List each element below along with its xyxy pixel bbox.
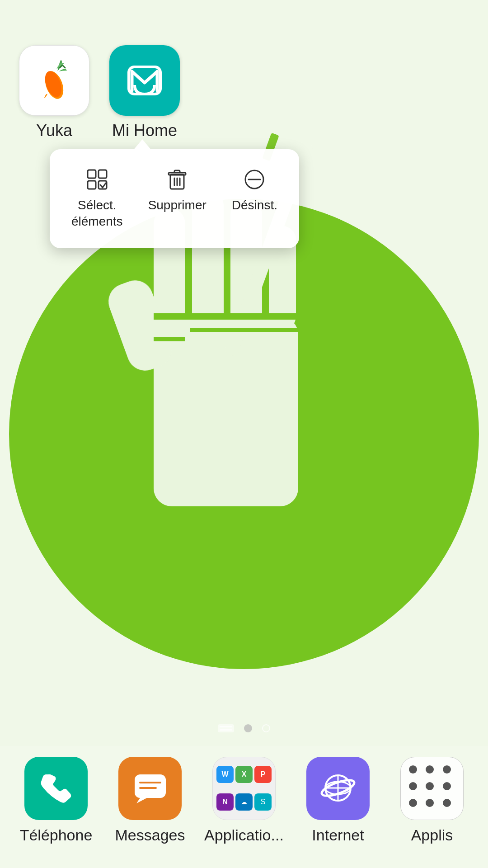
- internet-label: Internet: [312, 826, 364, 844]
- trash-icon: [166, 167, 188, 192]
- dot-4: [409, 782, 417, 790]
- menu-select[interactable]: Sélect.éléments: [59, 163, 136, 235]
- select-icon: [86, 167, 108, 192]
- page-indicator-list[interactable]: [218, 724, 234, 732]
- page-indicator-3[interactable]: [262, 724, 270, 732]
- svg-rect-18: [88, 181, 96, 189]
- indicator-line-2: [220, 729, 232, 731]
- context-menu: Sélect.éléments Supprimer: [50, 149, 299, 248]
- app-mihome[interactable]: Mi Home: [108, 45, 181, 140]
- page-indicator-2[interactable]: [244, 724, 252, 732]
- delete-label: Supprimer: [148, 197, 206, 213]
- dot-8: [426, 799, 434, 807]
- menu-uninstall[interactable]: Désinst.: [219, 163, 290, 235]
- mini-ppt-icon: P: [254, 766, 272, 783]
- bottom-dock: Téléphone Messages: [0, 746, 488, 868]
- mini-skype-icon: S: [254, 793, 272, 811]
- svg-rect-16: [88, 170, 96, 178]
- telephone-label: Téléphone: [20, 826, 93, 844]
- mini-onedrive-icon: ☁: [235, 793, 253, 811]
- indicator-line-1: [220, 726, 232, 727]
- internet-icon[interactable]: [306, 757, 370, 820]
- homescreen: Yuka Mi Home: [0, 0, 488, 868]
- dot-9: [443, 799, 451, 807]
- telephone-icon[interactable]: [24, 757, 88, 820]
- yuka-label: Yuka: [36, 121, 72, 140]
- select-label: Sélect.éléments: [71, 197, 123, 230]
- mihome-label: Mi Home: [112, 121, 177, 140]
- dot-7: [409, 799, 417, 807]
- dock-telephone[interactable]: Téléphone: [15, 757, 97, 844]
- dot-1: [409, 765, 417, 774]
- page-indicators: [0, 724, 488, 732]
- dock-messages[interactable]: Messages: [109, 757, 191, 844]
- mini-onenote-icon: N: [216, 793, 234, 811]
- dock-internet[interactable]: Internet: [297, 757, 379, 844]
- applis-label: Applis: [411, 826, 453, 844]
- applications-label: Applicatio...: [204, 826, 284, 844]
- dot-3: [443, 765, 451, 774]
- dot-5: [426, 782, 434, 790]
- applis-icon[interactable]: [400, 757, 464, 820]
- app-yuka[interactable]: Yuka: [18, 45, 90, 140]
- dock-applis[interactable]: Applis: [391, 757, 473, 844]
- minus-circle-icon: [243, 167, 266, 192]
- yuka-icon[interactable]: [19, 45, 89, 116]
- dot-6: [443, 782, 451, 790]
- dock-applications[interactable]: W X P N ☁ S Applicatio...: [203, 757, 285, 844]
- mini-word-icon: W: [216, 766, 234, 783]
- menu-delete[interactable]: Supprimer: [136, 163, 219, 235]
- svg-rect-27: [135, 774, 166, 798]
- applications-icon[interactable]: W X P N ☁ S: [212, 757, 276, 820]
- grid-dots: [401, 757, 463, 820]
- messages-label: Messages: [115, 826, 185, 844]
- messages-icon[interactable]: [118, 757, 182, 820]
- uninstall-label: Désinst.: [232, 197, 277, 213]
- mihome-icon[interactable]: [109, 45, 180, 116]
- apps-area: Yuka Mi Home: [18, 45, 181, 140]
- svg-rect-17: [99, 170, 107, 178]
- mini-excel-icon: X: [235, 766, 253, 783]
- dot-2: [426, 765, 434, 774]
